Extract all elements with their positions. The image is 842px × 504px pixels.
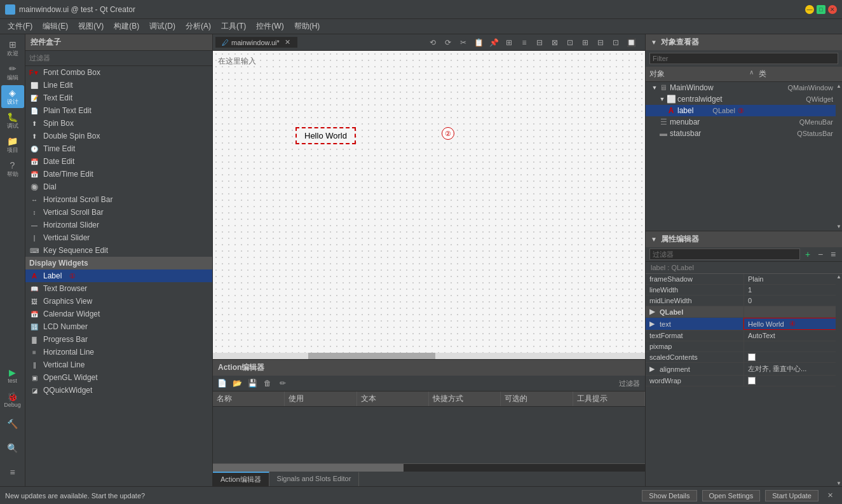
prop-scroll-up[interactable]: ▲: [836, 274, 841, 280]
widget-item-vline[interactable]: ‖ Vertical Line: [25, 358, 212, 371]
sidebar-item-output[interactable]: ≡: [1, 461, 24, 484]
prop-filter-add[interactable]: +: [803, 249, 813, 259]
toolbar-btn-9[interactable]: ⊠: [548, 36, 561, 49]
menu-debug[interactable]: 调试(D): [144, 20, 180, 33]
widget-item-dial[interactable]: 🔘 Dial: [25, 180, 212, 193]
menu-widgets[interactable]: 控件(W): [251, 20, 289, 33]
scroll-up-icon[interactable]: ▲: [836, 83, 841, 89]
prop-value-alignment[interactable]: 左对齐, 垂直中心...: [744, 363, 842, 375]
prop-filter-input[interactable]: [649, 249, 800, 260]
qlabel-expand[interactable]: ▶: [649, 308, 657, 316]
menu-build[interactable]: 构建(B): [109, 20, 144, 33]
design-canvas[interactable]: 在这里输入 Hello World ②: [213, 51, 645, 359]
sidebar-item-debug[interactable]: 🐛 调试: [1, 109, 24, 132]
action-hscrollbar[interactable]: [213, 463, 645, 471]
sidebar-item-locator[interactable]: 🔍: [1, 437, 24, 460]
widget-item-label[interactable]: A Label ①: [25, 269, 212, 282]
widget-item-doublespinbox[interactable]: ⬆ Double Spin Box: [25, 130, 212, 142]
toolbar-btn-6[interactable]: ⊞: [503, 36, 515, 49]
sort-icon[interactable]: ∧: [748, 67, 755, 81]
action-edit-btn[interactable]: ✏: [276, 377, 289, 390]
toolbar-btn-1[interactable]: ⟲: [426, 36, 439, 49]
canvas-scrollbar-thumb[interactable]: [308, 353, 435, 359]
widget-item-progressbar[interactable]: ▓ Progress Bar: [25, 333, 212, 346]
show-details-button[interactable]: Show Details: [642, 490, 696, 501]
menu-file[interactable]: 文件(F): [3, 20, 37, 33]
widget-item-qquick[interactable]: ◪ QQuickWidget: [25, 384, 212, 397]
sidebar-item-build[interactable]: 🔨: [1, 412, 24, 435]
toolbar-btn-10[interactable]: ⊡: [564, 36, 576, 49]
prop-scroll-down[interactable]: ▼: [836, 480, 841, 486]
prop-value-text[interactable]: Hello World ④: [744, 318, 842, 330]
sidebar-item-debugrun[interactable]: 🐞 Debug: [1, 388, 24, 411]
toolbar-btn-2[interactable]: ⟳: [442, 36, 454, 49]
toolbar-btn-11[interactable]: ⊞: [579, 36, 592, 49]
wordwrap-checkbox[interactable]: [748, 377, 756, 385]
prop-row-text[interactable]: ▶ text Hello World ④: [646, 318, 842, 330]
tab-close-icon[interactable]: ✕: [285, 38, 290, 46]
sidebar-item-help[interactable]: ? 帮助: [1, 158, 24, 180]
widget-item-calendar[interactable]: 📅 Calendar Widget: [25, 308, 212, 320]
widget-item-hslider[interactable]: — Horizontal Slider: [25, 219, 212, 231]
widget-item-opengl[interactable]: ▣ OpenGL Widget: [25, 371, 212, 384]
tree-item-statusbar[interactable]: ▬ statusbar QStatusBar: [646, 128, 836, 139]
prop-value-scaledcontents[interactable]: [744, 352, 842, 362]
prop-filter-remove[interactable]: −: [815, 249, 825, 259]
open-settings-button[interactable]: Open Settings: [702, 490, 761, 501]
menu-help[interactable]: 帮助(H): [289, 20, 325, 33]
action-tab-slots[interactable]: Signals and Slots Editor: [269, 472, 360, 486]
widget-item-graphicsview[interactable]: 🖼 Graphics View: [25, 295, 212, 308]
widget-item-textedit[interactable]: 📝 Text Edit: [25, 92, 212, 104]
design-canvas-container[interactable]: 在这里输入 Hello World ②: [213, 51, 645, 359]
menu-tools[interactable]: 工具(T): [216, 20, 251, 33]
toolbar-btn-12[interactable]: ⊟: [594, 36, 607, 49]
toolbar-btn-3[interactable]: ✂: [457, 36, 470, 49]
widget-item-vslider[interactable]: | Vertical Slider: [25, 231, 212, 244]
sidebar-item-edit[interactable]: ✏ 编辑: [1, 61, 24, 84]
widget-item-lcdnumber[interactable]: 🔢 LCD Number: [25, 320, 212, 333]
tree-expand-mainwindow[interactable]: ▼: [651, 85, 658, 91]
widget-item-hscrollbar[interactable]: ↔ Horizontal Scroll Bar: [25, 193, 212, 206]
prop-value-linewidth[interactable]: 1: [744, 285, 842, 295]
tree-item-label[interactable]: A label QLabel ③: [646, 105, 836, 116]
maximize-button[interactable]: □: [817, 5, 825, 14]
toolbar-btn-14[interactable]: 🔲: [625, 36, 637, 49]
scroll-down-icon[interactable]: ▼: [836, 224, 841, 229]
widget-item-textbrowser[interactable]: 📖 Text Browser: [25, 282, 212, 295]
action-scrollbar-thumb[interactable]: [213, 464, 404, 472]
scaledcontents-checkbox[interactable]: [748, 353, 756, 361]
menu-analyze[interactable]: 分析(A): [180, 20, 216, 33]
widget-item-lineedit[interactable]: ⬜ Line Edit: [25, 79, 212, 92]
prop-value-wordwrap[interactable]: [744, 376, 842, 386]
widget-item-spinbox[interactable]: ⬆ Spin Box: [25, 117, 212, 130]
alignment-expand[interactable]: ▶: [649, 365, 657, 373]
text-expand[interactable]: ▶: [649, 320, 657, 328]
action-open-btn[interactable]: 📂: [231, 377, 243, 390]
widget-item-timeedit[interactable]: 🕐 Time Edit: [25, 142, 212, 155]
minimize-button[interactable]: —: [805, 5, 814, 14]
sidebar-item-projects[interactable]: 📁 项目: [1, 133, 24, 156]
widget-item-dateedit[interactable]: 📅 Date Edit: [25, 155, 212, 168]
widget-item-vscrollbar[interactable]: ↕ Vertical Scroll Bar: [25, 206, 212, 219]
inspector-filter-input[interactable]: [649, 53, 838, 64]
action-tab-editor[interactable]: Action编辑器: [213, 472, 269, 486]
tree-item-mainwindow[interactable]: ▼ 🖥 MainWindow QMainWindow: [646, 82, 836, 93]
update-close-button[interactable]: ✕: [824, 490, 837, 501]
close-button[interactable]: ✕: [828, 5, 837, 14]
toolbar-btn-4[interactable]: 📋: [472, 36, 485, 49]
prop-value-frameshadow[interactable]: Plain: [744, 274, 842, 284]
start-update-button[interactable]: Start Update: [765, 490, 818, 501]
prop-vscrollbar[interactable]: ▲ ▼: [836, 274, 842, 486]
action-save-btn[interactable]: 💾: [246, 377, 259, 390]
action-delete-btn[interactable]: 🗑: [261, 377, 274, 390]
tree-item-menubar[interactable]: ☰ menubar QMenuBar: [646, 116, 836, 128]
tree-item-centralwidget[interactable]: ▼ ⬜ centralwidget QWidget: [646, 93, 836, 105]
prop-filter-options[interactable]: ≡: [828, 249, 838, 259]
toolbar-btn-8[interactable]: ⊟: [533, 36, 546, 49]
toolbar-btn-5[interactable]: 📌: [487, 36, 500, 49]
widget-item-plaintextedit[interactable]: 📄 Plain Text Edit: [25, 104, 212, 117]
canvas-hscrollbar[interactable]: [213, 353, 645, 359]
sidebar-item-test[interactable]: ▶ test: [1, 364, 24, 387]
toolbar-btn-7[interactable]: ≡: [518, 36, 531, 49]
menu-view[interactable]: 视图(V): [73, 20, 109, 33]
